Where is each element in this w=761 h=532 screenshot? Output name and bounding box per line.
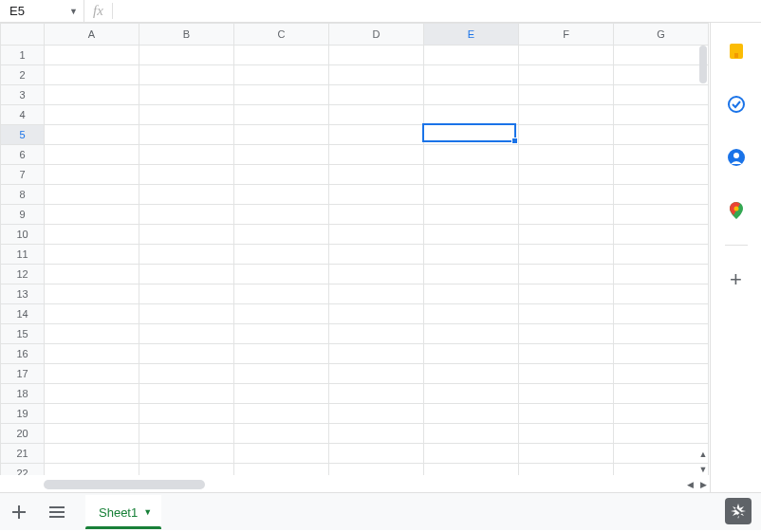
horizontal-scrollbar[interactable] (44, 477, 683, 492)
row-header-19[interactable]: 19 (1, 404, 45, 424)
cell-D15[interactable] (329, 324, 424, 344)
cell-D13[interactable] (329, 284, 424, 304)
row-header-10[interactable]: 10 (1, 225, 45, 245)
cell-G19[interactable] (614, 404, 709, 424)
cell-G22[interactable] (614, 464, 709, 476)
name-box[interactable]: E5 ▼ (0, 0, 84, 22)
cell-E7[interactable] (424, 165, 519, 185)
cell-F19[interactable] (519, 404, 614, 424)
row-header-9[interactable]: 9 (1, 205, 45, 225)
cell-G2[interactable] (614, 65, 709, 85)
cell-F16[interactable] (519, 344, 614, 364)
cell-D12[interactable] (329, 265, 424, 284)
spreadsheet-grid[interactable]: ABCDEFG123456789101112131415161718192021… (0, 23, 709, 475)
cell-F17[interactable] (519, 364, 614, 384)
row-header-12[interactable]: 12 (1, 265, 45, 284)
cell-A12[interactable] (45, 265, 139, 284)
cell-D10[interactable] (329, 225, 424, 245)
cell-B5[interactable] (139, 125, 234, 145)
cell-F4[interactable] (519, 105, 614, 125)
cell-C3[interactable] (234, 85, 329, 105)
cell-C12[interactable] (234, 265, 329, 284)
row-header-20[interactable]: 20 (1, 424, 45, 444)
cell-C1[interactable] (234, 46, 329, 65)
hide-side-panel-button[interactable] (733, 505, 744, 523)
row-header-1[interactable]: 1 (1, 46, 45, 65)
cell-C22[interactable] (234, 464, 329, 476)
cell-E4[interactable] (424, 105, 519, 125)
cell-D18[interactable] (329, 384, 424, 404)
cell-F11[interactable] (519, 245, 614, 265)
cell-B10[interactable] (139, 225, 234, 245)
row-header-6[interactable]: 6 (1, 145, 45, 165)
cell-B9[interactable] (139, 205, 234, 225)
tasks-icon[interactable] (727, 95, 746, 114)
cell-E5[interactable] (424, 125, 519, 145)
scroll-left-button[interactable]: ◀ (683, 477, 696, 492)
cell-B17[interactable] (139, 364, 234, 384)
cell-A3[interactable] (45, 85, 139, 105)
cell-B18[interactable] (139, 384, 234, 404)
cell-E17[interactable] (424, 364, 519, 384)
keep-icon[interactable] (727, 42, 746, 61)
row-header-15[interactable]: 15 (1, 324, 45, 344)
cell-E8[interactable] (424, 185, 519, 205)
cell-A11[interactable] (45, 245, 139, 265)
cell-B15[interactable] (139, 324, 234, 344)
cell-G18[interactable] (614, 384, 709, 404)
cell-G1[interactable] (614, 46, 709, 65)
row-header-2[interactable]: 2 (1, 65, 45, 85)
vertical-scrollbar-thumb[interactable] (699, 46, 707, 83)
cell-B11[interactable] (139, 245, 234, 265)
cell-E14[interactable] (424, 304, 519, 324)
cell-E22[interactable] (424, 464, 519, 476)
cell-G7[interactable] (614, 165, 709, 185)
cell-F5[interactable] (519, 125, 614, 145)
cell-G5[interactable] (614, 125, 709, 145)
cell-C2[interactable] (234, 65, 329, 85)
cell-C8[interactable] (234, 185, 329, 205)
cell-G12[interactable] (614, 265, 709, 284)
cell-B12[interactable] (139, 265, 234, 284)
scroll-down-button[interactable]: ▼ (696, 462, 710, 477)
cell-E6[interactable] (424, 145, 519, 165)
row-header-13[interactable]: 13 (1, 284, 45, 304)
cell-G13[interactable] (614, 284, 709, 304)
cell-C4[interactable] (234, 105, 329, 125)
cell-G3[interactable] (614, 85, 709, 105)
vertical-scrollbar[interactable] (696, 46, 710, 462)
cell-C19[interactable] (234, 404, 329, 424)
cell-A16[interactable] (45, 344, 139, 364)
cell-D3[interactable] (329, 85, 424, 105)
cell-B2[interactable] (139, 65, 234, 85)
cell-C5[interactable] (234, 125, 329, 145)
cell-C10[interactable] (234, 225, 329, 245)
cell-A1[interactable] (45, 46, 139, 65)
cell-A8[interactable] (45, 185, 139, 205)
cell-B19[interactable] (139, 404, 234, 424)
cell-D8[interactable] (329, 185, 424, 205)
column-header-E[interactable]: E (424, 24, 519, 46)
cell-D7[interactable] (329, 165, 424, 185)
cell-B22[interactable] (139, 464, 234, 476)
cell-A7[interactable] (45, 165, 139, 185)
column-header-A[interactable]: A (45, 24, 139, 46)
cell-A2[interactable] (45, 65, 139, 85)
cell-A18[interactable] (45, 384, 139, 404)
add-sheet-button[interactable] (0, 493, 38, 531)
cell-G20[interactable] (614, 424, 709, 444)
cell-E19[interactable] (424, 404, 519, 424)
column-header-C[interactable]: C (234, 24, 329, 46)
row-header-21[interactable]: 21 (1, 444, 45, 464)
cell-B8[interactable] (139, 185, 234, 205)
cell-A22[interactable] (45, 464, 139, 476)
row-header-17[interactable]: 17 (1, 364, 45, 384)
cell-C18[interactable] (234, 384, 329, 404)
cell-B14[interactable] (139, 304, 234, 324)
row-header-8[interactable]: 8 (1, 185, 45, 205)
cell-F13[interactable] (519, 284, 614, 304)
cell-C15[interactable] (234, 324, 329, 344)
select-all-corner[interactable] (1, 24, 45, 46)
cell-B7[interactable] (139, 165, 234, 185)
cell-G14[interactable] (614, 304, 709, 324)
